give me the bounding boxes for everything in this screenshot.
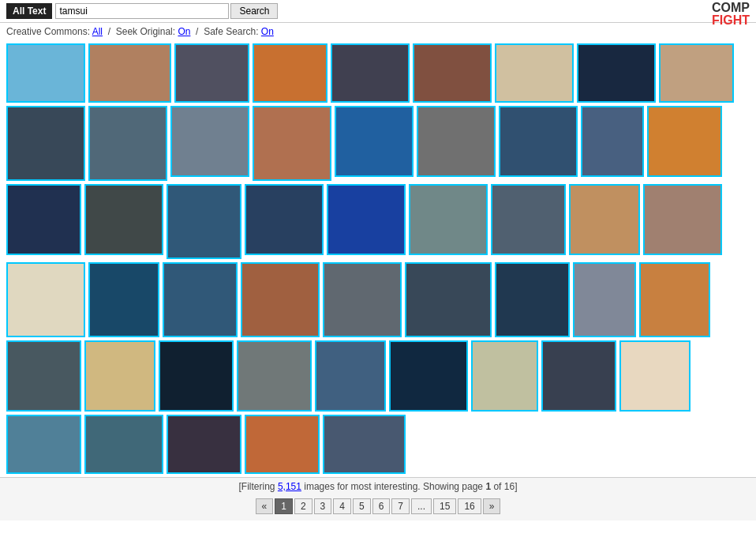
compfight-logo: COMP FIGHT bbox=[712, 2, 750, 27]
seek-original-link[interactable]: On bbox=[178, 26, 190, 37]
thumbnail-1[interactable] bbox=[88, 43, 171, 103]
creative-commons-label: Creative Commons: bbox=[6, 26, 90, 37]
thumbnail-25[interactable] bbox=[569, 184, 640, 255]
thumbnail-44[interactable] bbox=[619, 340, 691, 412]
thumbnail-32[interactable] bbox=[405, 262, 492, 337]
thumbnail-49[interactable] bbox=[323, 415, 406, 474]
pagination-page-16[interactable]: 16 bbox=[458, 498, 481, 514]
image-grid bbox=[0, 40, 756, 477]
thumbnail-42[interactable] bbox=[471, 340, 538, 412]
thumbnail-34[interactable] bbox=[573, 262, 636, 337]
thumbnail-19[interactable] bbox=[84, 184, 163, 255]
thumbnail-35[interactable] bbox=[639, 262, 710, 337]
thumbnail-22[interactable] bbox=[327, 184, 406, 255]
thumbnail-0[interactable] bbox=[6, 43, 85, 103]
pagination-page-7[interactable]: 7 bbox=[391, 498, 410, 514]
thumbnail-5[interactable] bbox=[413, 43, 492, 103]
pagination-page-2[interactable]: 2 bbox=[294, 498, 313, 514]
thumbnail-33[interactable] bbox=[495, 262, 570, 337]
thumbnail-45[interactable] bbox=[6, 415, 81, 474]
pagination-page-6[interactable]: 6 bbox=[372, 498, 391, 514]
thumbnail-30[interactable] bbox=[241, 262, 320, 337]
filter-count-link[interactable]: 5,151 bbox=[278, 481, 301, 492]
pagination-page-1[interactable]: 1 bbox=[275, 498, 293, 514]
pagination: «1234567...1516» bbox=[6, 495, 750, 517]
search-input[interactable] bbox=[55, 3, 229, 19]
thumbnail-3[interactable] bbox=[253, 43, 327, 103]
thumbnail-46[interactable] bbox=[84, 415, 163, 474]
thumbnail-24[interactable] bbox=[491, 184, 566, 255]
pagination-next[interactable]: » bbox=[483, 498, 501, 514]
filter-text: [Filtering 5,151 images for most interes… bbox=[6, 481, 750, 492]
thumbnail-10[interactable] bbox=[88, 106, 167, 181]
thumbnail-31[interactable] bbox=[323, 262, 402, 337]
pagination-page-...[interactable]: ... bbox=[411, 498, 432, 514]
thumbnail-47[interactable] bbox=[167, 415, 241, 474]
filters-row: Creative Commons: All / Seek Original: O… bbox=[0, 23, 756, 40]
bottom-bar: [Filtering 5,151 images for most interes… bbox=[0, 477, 756, 521]
thumbnail-15[interactable] bbox=[499, 106, 578, 177]
thumbnail-6[interactable] bbox=[495, 43, 574, 103]
thumbnail-8[interactable] bbox=[659, 43, 734, 103]
thumbnail-36[interactable] bbox=[6, 340, 81, 412]
pagination-prev[interactable]: « bbox=[256, 498, 274, 514]
pagination-page-4[interactable]: 4 bbox=[333, 498, 351, 514]
pagination-page-3[interactable]: 3 bbox=[314, 498, 332, 514]
thumbnail-28[interactable] bbox=[88, 262, 159, 337]
thumbnail-2[interactable] bbox=[174, 43, 249, 103]
thumbnail-12[interactable] bbox=[253, 106, 331, 181]
header: All Text Search COMP FIGHT bbox=[0, 0, 756, 23]
creative-commons-link[interactable]: All bbox=[92, 26, 103, 37]
pagination-page-5[interactable]: 5 bbox=[353, 498, 371, 514]
thumbnail-17[interactable] bbox=[647, 106, 722, 177]
thumbnail-13[interactable] bbox=[335, 106, 414, 177]
all-text-button[interactable]: All Text bbox=[6, 3, 52, 19]
thumbnail-16[interactable] bbox=[581, 106, 644, 177]
thumbnail-23[interactable] bbox=[409, 184, 488, 255]
thumbnail-11[interactable] bbox=[170, 106, 249, 177]
thumbnail-39[interactable] bbox=[237, 340, 312, 412]
thumbnail-40[interactable] bbox=[315, 340, 386, 412]
thumbnail-20[interactable] bbox=[167, 184, 241, 259]
thumbnail-37[interactable] bbox=[84, 340, 155, 412]
search-button[interactable]: Search bbox=[230, 3, 278, 19]
thumbnail-4[interactable] bbox=[331, 43, 410, 103]
thumbnail-26[interactable] bbox=[643, 184, 722, 255]
thumbnail-29[interactable] bbox=[163, 262, 238, 337]
thumbnail-9[interactable] bbox=[6, 106, 85, 181]
thumbnail-14[interactable] bbox=[417, 106, 496, 177]
thumbnail-38[interactable] bbox=[159, 340, 234, 412]
thumbnail-27[interactable] bbox=[6, 262, 85, 337]
thumbnail-18[interactable] bbox=[6, 184, 81, 255]
thumbnail-7[interactable] bbox=[577, 43, 656, 103]
thumbnail-48[interactable] bbox=[245, 415, 320, 474]
pagination-page-15[interactable]: 15 bbox=[433, 498, 456, 514]
thumbnail-21[interactable] bbox=[245, 184, 324, 255]
thumbnail-41[interactable] bbox=[389, 340, 468, 412]
safe-search-link[interactable]: On bbox=[261, 26, 274, 37]
seek-original-label: Seek Original: bbox=[116, 26, 175, 37]
safe-search-label: Safe Search: bbox=[204, 26, 258, 37]
thumbnail-43[interactable] bbox=[541, 340, 616, 412]
